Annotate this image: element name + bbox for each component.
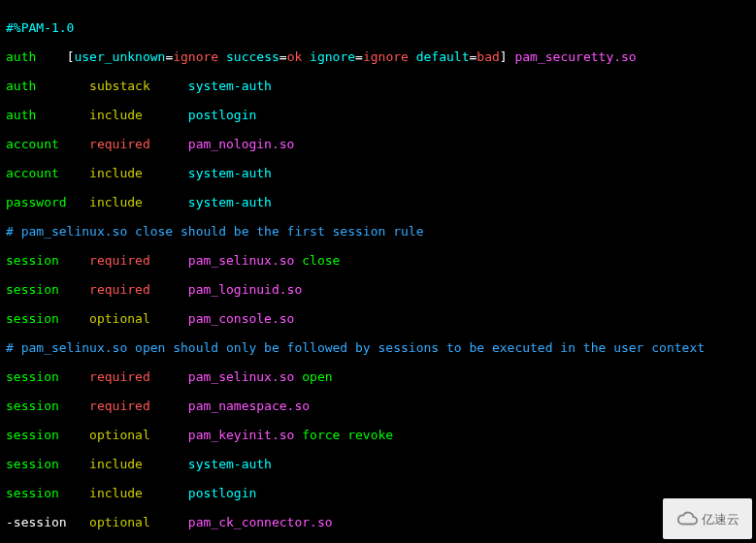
watermark-badge: 亿速云 xyxy=(663,498,752,539)
pam-line: session optional pam_keyinit.so force re… xyxy=(6,428,750,442)
pam-line: session required pam_loginuid.so xyxy=(6,282,750,297)
pam-line: auth substack system-auth xyxy=(6,79,750,93)
pam-line: account include system-auth xyxy=(6,166,750,180)
terminal-viewport[interactable]: #%PAM-1.0 auth [user_unknown=ignore succ… xyxy=(0,0,756,543)
pam-line: auth include postlogin xyxy=(6,108,750,122)
pam-line: -session optional pam_ck_connector.so xyxy=(6,515,750,529)
pam-line: session required pam_selinux.so open xyxy=(6,369,750,384)
cloud-icon xyxy=(676,508,698,529)
pam-line: session required pam_namespace.so xyxy=(6,399,750,413)
pam-line: session required pam_selinux.so close xyxy=(6,253,750,268)
pam-line-auth-securetty: auth [user_unknown=ignore success=ok ign… xyxy=(6,49,750,64)
pam-line: session optional pam_console.so xyxy=(6,311,750,326)
pam-line: password include system-auth xyxy=(6,195,750,209)
pam-comment: # pam_selinux.so close should be the fir… xyxy=(6,224,750,239)
pam-line: session include system-auth xyxy=(6,457,750,471)
pam-shebang: #%PAM-1.0 xyxy=(6,20,750,35)
watermark-label: 亿速云 xyxy=(702,512,740,527)
pam-comment: # pam_selinux.so open should only be fol… xyxy=(6,340,750,355)
pam-line: account required pam_nologin.so xyxy=(6,137,750,151)
pam-line: session include postlogin xyxy=(6,486,750,500)
